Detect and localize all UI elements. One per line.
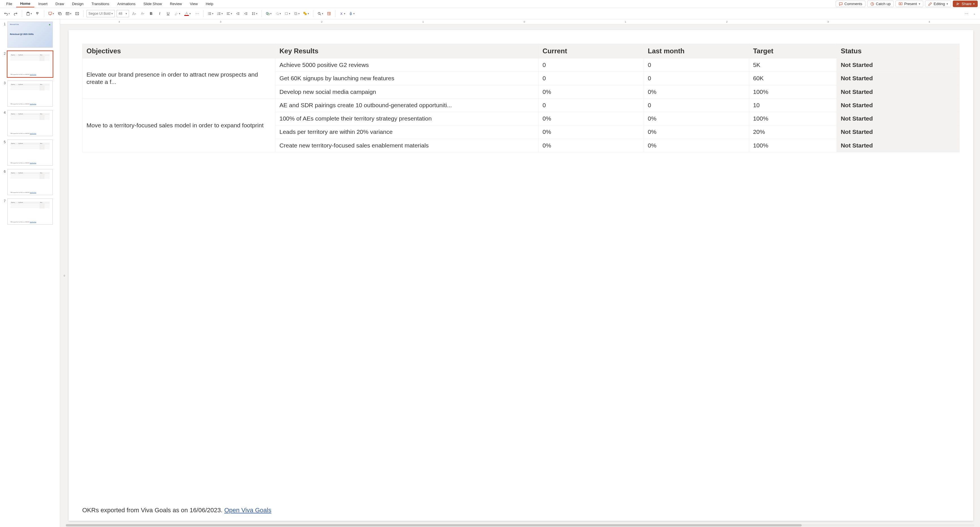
status-cell[interactable]: Not Started	[837, 59, 959, 72]
key-result-cell[interactable]: AE and SDR pairings create 10 outbound-g…	[275, 99, 538, 112]
status-cell[interactable]: Not Started	[837, 125, 959, 139]
menu-tab-transitions[interactable]: Transitions	[88, 0, 113, 7]
new-slide-button[interactable]: ▾	[47, 10, 55, 18]
cur-cell[interactable]: 0	[538, 99, 644, 112]
font-size-combo[interactable]: 48 ▾	[116, 10, 129, 17]
undo-button[interactable]: ▾	[3, 10, 11, 18]
increase-indent-button[interactable]	[242, 10, 249, 18]
reuse-slides-button[interactable]	[56, 10, 63, 18]
cur-cell[interactable]: 0%	[538, 112, 644, 125]
lm-cell[interactable]: 0	[644, 59, 749, 72]
line-spacing-button[interactable]: ▾	[250, 10, 259, 18]
arrange-button[interactable]: ▾	[302, 10, 310, 18]
tg-cell[interactable]: 60K	[749, 72, 837, 85]
font-color-button[interactable]: A ▾	[183, 10, 192, 18]
menu-tab-design[interactable]: Design	[68, 0, 88, 7]
underline-button[interactable]: U	[165, 10, 172, 18]
menu-tab-home[interactable]: Home	[16, 0, 34, 7]
section-button[interactable]	[74, 10, 81, 18]
slide-thumbnail[interactable]: ObjectivesKey ResultsStatusOKRs exported…	[7, 169, 53, 195]
increase-font-button[interactable]: A▴	[131, 10, 138, 18]
menu-tab-file[interactable]: File	[2, 0, 16, 7]
shape-fill-button[interactable]: ▾	[274, 10, 282, 18]
status-cell[interactable]: Not Started	[837, 112, 959, 125]
shape-effects-button[interactable]: ▾	[293, 10, 301, 18]
designer-button[interactable]	[326, 10, 332, 18]
menu-tab-view[interactable]: View	[186, 0, 202, 7]
slide-outline-panel[interactable]: 1Microsoft VivaRelecloud Q2 2023 OKRs2Ob…	[0, 19, 60, 527]
slide[interactable]: ObjectivesKey ResultsCurrentLast monthTa…	[68, 30, 973, 521]
lm-cell[interactable]: 0%	[644, 85, 749, 99]
tg-cell[interactable]: 100%	[749, 139, 837, 152]
cur-cell[interactable]: 0	[538, 59, 644, 72]
table-header[interactable]: Objectives	[83, 44, 275, 59]
table-header[interactable]: Key Results	[275, 44, 538, 59]
format-painter-button[interactable]	[34, 10, 41, 18]
paste-button[interactable]: ▾	[25, 10, 33, 18]
cur-cell[interactable]: 0%	[538, 125, 644, 139]
lm-cell[interactable]: 0%	[644, 125, 749, 139]
table-header[interactable]: Last month	[644, 44, 749, 59]
more-commands-button[interactable]: ⋯	[963, 10, 970, 18]
status-cell[interactable]: Not Started	[837, 85, 959, 99]
more-font-button[interactable]: ⋯	[194, 10, 200, 18]
cur-cell[interactable]: 0%	[538, 85, 644, 99]
italic-button[interactable]: I	[156, 10, 163, 18]
tg-cell[interactable]: 100%	[749, 112, 837, 125]
tg-cell[interactable]: 20%	[749, 125, 837, 139]
editing-mode-button[interactable]: Editing ▾	[925, 0, 951, 7]
tg-cell[interactable]: 100%	[749, 85, 837, 99]
numbering-button[interactable]: 123▾	[216, 10, 224, 18]
lm-cell[interactable]: 0%	[644, 112, 749, 125]
redo-button[interactable]	[12, 10, 19, 18]
status-cell[interactable]: Not Started	[837, 99, 959, 112]
shapes-button[interactable]: ▾	[264, 10, 273, 18]
key-result-cell[interactable]: Leads per territory are within 20% varia…	[275, 125, 538, 139]
objective-cell[interactable]: Move to a territory-focused sales model …	[83, 99, 275, 152]
slide-thumbnail[interactable]: Microsoft VivaRelecloud Q2 2023 OKRs	[7, 22, 53, 48]
slide-thumbnail[interactable]: ObjectivesKey ResultsStatusOKRs exported…	[7, 81, 53, 107]
catchup-button[interactable]: Catch up	[867, 0, 894, 7]
slide-thumbnail[interactable]: ObjectivesKey ResultsStatusOKRs exported…	[7, 110, 53, 136]
dictate-button[interactable]: ▾	[348, 10, 356, 18]
decrease-indent-button[interactable]	[234, 10, 241, 18]
menu-tab-slideshow[interactable]: Slide Show	[140, 0, 166, 7]
status-cell[interactable]: Not Started	[837, 139, 959, 152]
slide-thumbnail[interactable]: ObjectivesKey ResultsStatusOKRs exported…	[7, 140, 53, 166]
comments-button[interactable]: Comments	[836, 0, 865, 7]
present-button[interactable]: Present ▾	[896, 0, 923, 7]
copilot-button[interactable]: ▾	[338, 10, 347, 18]
slide-canvas-area[interactable]: 432101234 0 ObjectivesKey ResultsCurrent…	[60, 19, 980, 527]
okr-table[interactable]: ObjectivesKey ResultsCurrentLast monthTa…	[82, 44, 959, 152]
key-result-cell[interactable]: Achieve 5000 positive G2 reviews	[275, 59, 538, 72]
cur-cell[interactable]: 0%	[538, 139, 644, 152]
highlight-color-button[interactable]: ▾	[173, 10, 181, 18]
share-button[interactable]: Share ▾	[953, 0, 978, 7]
objective-cell[interactable]: Elevate our brand presence in order to a…	[83, 59, 275, 99]
table-header[interactable]: Status	[837, 44, 959, 59]
menu-tab-draw[interactable]: Draw	[52, 0, 68, 7]
layout-button[interactable]: ▾	[64, 10, 73, 18]
bold-button[interactable]: B	[148, 10, 154, 18]
table-header[interactable]: Target	[749, 44, 837, 59]
find-button[interactable]: ▾	[316, 10, 325, 18]
menu-tab-review[interactable]: Review	[166, 0, 186, 7]
horizontal-scrollbar[interactable]	[60, 524, 980, 527]
lm-cell[interactable]: 0	[644, 99, 749, 112]
key-result-cell[interactable]: Create new territory-focused sales enabl…	[275, 139, 538, 152]
menu-tab-animations[interactable]: Animations	[113, 0, 140, 7]
lm-cell[interactable]: 0%	[644, 139, 749, 152]
decrease-font-button[interactable]: A▾	[139, 10, 146, 18]
align-button[interactable]: ▾	[225, 10, 233, 18]
ribbon-collapse-button[interactable]: ⌄	[972, 10, 977, 17]
menu-tab-insert[interactable]: Insert	[34, 0, 52, 7]
bullets-button[interactable]: ▾	[207, 10, 215, 18]
table-header[interactable]: Current	[538, 44, 644, 59]
table-row[interactable]: Elevate our brand presence in order to a…	[83, 59, 959, 72]
status-cell[interactable]: Not Started	[837, 72, 959, 85]
open-viva-goals-link[interactable]: Open Viva Goals	[224, 506, 271, 514]
key-result-cell[interactable]: 100% of AEs complete their territory str…	[275, 112, 538, 125]
key-result-cell[interactable]: Develop new social media campaign	[275, 85, 538, 99]
shape-outline-button[interactable]: ▾	[283, 10, 291, 18]
lm-cell[interactable]: 0	[644, 72, 749, 85]
